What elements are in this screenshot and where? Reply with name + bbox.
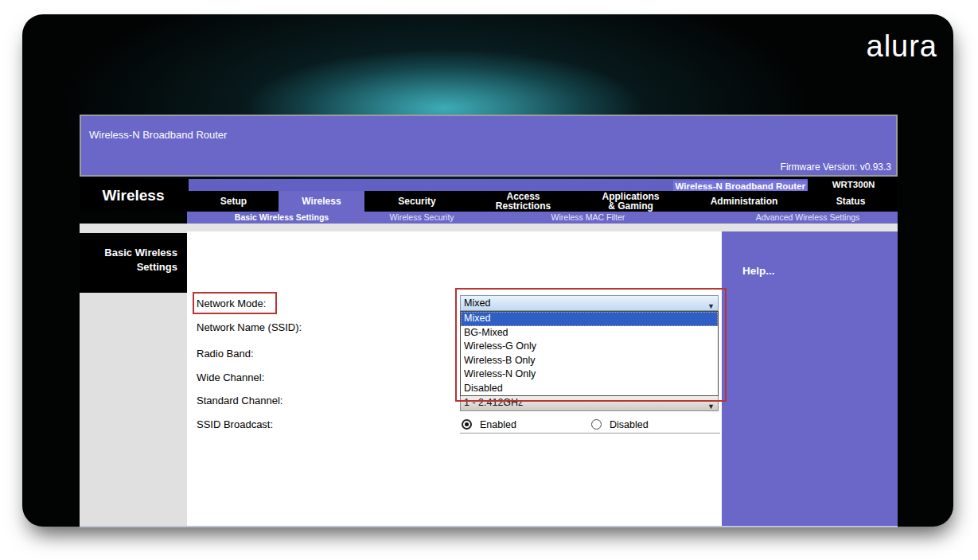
option-bg-mixed[interactable]: BG-Mixed xyxy=(461,326,718,340)
help-panel: Help... xyxy=(722,231,898,526)
label-network-name-ssid: Network Name (SSID): xyxy=(197,321,302,333)
page-bottom-border xyxy=(80,526,898,527)
router-header-banner: Wireless-N Broadband Router Firmware Ver… xyxy=(80,115,898,177)
current-section-title: Wireless xyxy=(80,179,187,212)
tab-applications-gaming[interactable]: Applications & Gaming xyxy=(577,191,684,212)
label-wide-channel: Wide Channel: xyxy=(197,371,264,383)
network-mode-dropdown-list: Mixed BG-Mixed Wireless-G Only Wireless-… xyxy=(460,311,719,396)
subnav-basic-wireless-settings[interactable]: Basic Wireless Settings xyxy=(235,212,329,222)
help-link[interactable]: Help... xyxy=(742,265,775,277)
sidebar-section-label: Basic Wireless Settings xyxy=(80,233,187,293)
product-strip: Wireless-N Broadband Router xyxy=(189,179,808,191)
firmware-version: Firmware Version: v0.93.3 xyxy=(781,161,891,173)
model-number: WRT300N xyxy=(809,179,898,191)
divider-strip xyxy=(80,224,898,231)
form-divider-line xyxy=(460,433,720,434)
product-row: Wireless-N Broadband Router WRT300N xyxy=(189,179,898,191)
standard-channel-value: 1 - 2.412GHz xyxy=(464,397,523,408)
alura-logo: alura xyxy=(867,30,938,62)
standard-channel-select[interactable]: 1 - 2.412GHz ▼ xyxy=(460,395,719,411)
subnav-wireless-mac-filter[interactable]: Wireless MAC Filter xyxy=(551,212,625,222)
dropdown-arrow-icon[interactable]: ▼ xyxy=(707,399,715,414)
label-network-mode: Network Mode: xyxy=(197,298,266,309)
sidebar: Basic Wireless Settings xyxy=(80,231,187,526)
option-mixed[interactable]: Mixed xyxy=(461,312,718,326)
network-mode-select[interactable]: Mixed ▼ xyxy=(460,295,719,311)
option-disabled[interactable]: Disabled xyxy=(461,382,718,396)
subnav-wireless-security[interactable]: Wireless Security xyxy=(389,212,454,222)
option-wireless-g-only[interactable]: Wireless-G Only xyxy=(461,340,718,354)
router-title: Wireless-N Broadband Router xyxy=(89,129,227,141)
network-mode-selected-value: Mixed xyxy=(464,298,490,309)
label-ssid-broadcast: SSID Broadcast: xyxy=(197,418,273,430)
router-admin-ui: Wireless-N Broadband Router Firmware Ver… xyxy=(80,115,898,527)
form-panel: Network Mode: Network Name (SSID): Radio… xyxy=(187,231,722,526)
tab-setup[interactable]: Setup xyxy=(189,191,279,212)
tab-administration[interactable]: Administration xyxy=(684,191,804,212)
main-navbar: Wireless Wireless-N Broadband Router WRT… xyxy=(80,179,898,212)
ssid-broadcast-disabled-label: Disabled xyxy=(610,419,649,430)
tab-security[interactable]: Security xyxy=(364,191,470,212)
option-wireless-n-only[interactable]: Wireless-N Only xyxy=(461,368,718,382)
label-radio-band: Radio Band: xyxy=(197,348,254,360)
option-wireless-b-only[interactable]: Wireless-B Only xyxy=(461,354,718,368)
ssid-broadcast-enabled-label: Enabled xyxy=(480,419,516,430)
nav-tabs: Setup Wireless Security Access Restricti… xyxy=(189,191,898,212)
ssid-broadcast-disabled-radio[interactable] xyxy=(591,419,602,430)
sub-navbar: Basic Wireless Settings Wireless Securit… xyxy=(187,212,898,224)
content-area: Basic Wireless Settings Network Mode: Ne… xyxy=(80,231,898,526)
ssid-broadcast-enabled-radio[interactable] xyxy=(462,419,472,430)
tab-wireless[interactable]: Wireless xyxy=(279,191,364,212)
tab-status[interactable]: Status xyxy=(804,191,898,212)
label-standard-channel: Standard Channel: xyxy=(197,395,282,406)
subnav-advanced-wireless-settings[interactable]: Advanced Wireless Settings xyxy=(756,212,860,222)
tab-access-restrictions[interactable]: Access Restrictions xyxy=(470,191,577,212)
